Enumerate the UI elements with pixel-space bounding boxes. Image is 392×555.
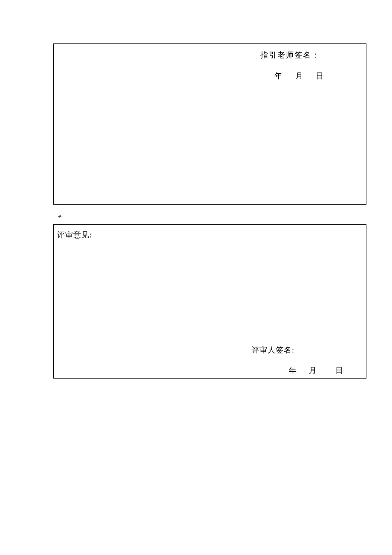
page-content: 指引老师签名： 年 月 日 e 评审意见: 评审人签名: 年 月 日 — [53, 43, 366, 379]
review-opinion-box: 评审意见: 评审人签名: 年 月 日 — [53, 224, 366, 379]
date-day-label: 日 — [316, 72, 324, 80]
reviewer-signature-label: 评审人签名: — [251, 345, 294, 355]
date-year-label: 年 — [289, 366, 297, 375]
date-month-label: 月 — [295, 72, 303, 80]
section-marker: e — [58, 212, 61, 220]
date-year-label: 年 — [274, 72, 282, 80]
date-month-label: 月 — [309, 366, 317, 375]
advisor-signature-box: 指引老师签名： 年 月 日 — [53, 43, 366, 205]
advisor-date-line: 年 月 日 — [274, 71, 324, 81]
advisor-signature-label: 指引老师签名： — [260, 50, 320, 60]
reviewer-date-line: 年 月 日 — [289, 365, 343, 376]
date-day-label: 日 — [335, 366, 343, 375]
review-opinion-title: 评审意见: — [57, 230, 92, 240]
